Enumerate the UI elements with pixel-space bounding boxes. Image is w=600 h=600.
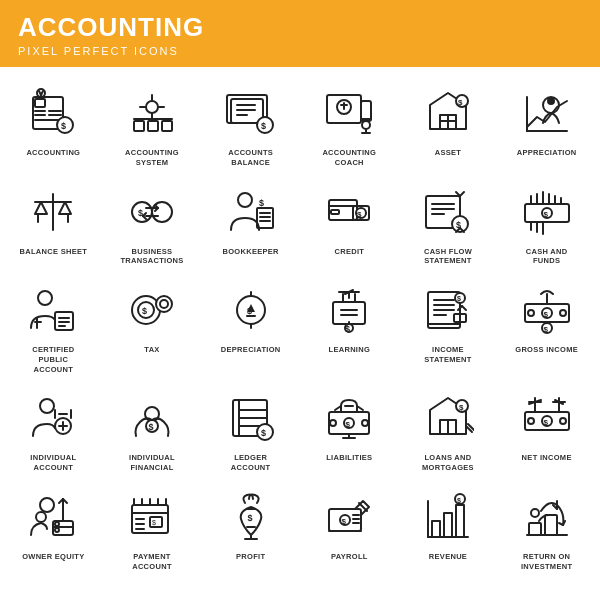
net-income-icon: $ — [515, 386, 579, 450]
credit-label: CREDIT — [334, 247, 364, 257]
svg-rect-224 — [444, 513, 452, 537]
balance-sheet-icon — [21, 180, 85, 244]
icon-cell-payment-account: $ PAYMENT ACCOUNT — [103, 479, 202, 578]
learning-icon: $ — [317, 278, 381, 342]
icon-cell-profit: $ PROFIT — [201, 479, 300, 578]
svg-text:$: $ — [342, 517, 347, 526]
svg-point-165 — [330, 420, 336, 426]
svg-text:$: $ — [543, 325, 548, 334]
svg-text:$: $ — [346, 420, 351, 429]
gross-income-icon: $ $ — [515, 278, 579, 342]
cash-and-funds-icon: $ — [515, 180, 579, 244]
certified-public-account-icon — [21, 278, 85, 342]
liabilities-label: LIABILITIES — [326, 453, 372, 463]
icon-cell-return-on-investment: RETURN ON INVESTMENT — [497, 479, 596, 578]
svg-rect-223 — [432, 521, 440, 537]
icon-cell-cash-and-funds: $ CASH AND FUNDS — [497, 174, 596, 273]
svg-line-134 — [462, 306, 466, 310]
icon-cell-bookkeeper: $ BOOKKEEPER — [201, 174, 300, 273]
accounting-coach-icon — [317, 81, 381, 145]
icon-cell-liabilities: $ LIABILITIES — [300, 380, 399, 479]
income-statement-icon: $ — [416, 278, 480, 342]
svg-point-140 — [528, 310, 534, 316]
svg-text:$: $ — [457, 497, 461, 505]
asset-label: ASSET — [435, 148, 462, 158]
svg-point-180 — [560, 418, 566, 424]
accounting-system-label: ACCOUNTING SYSTEM — [118, 148, 186, 168]
svg-text:$: $ — [543, 210, 548, 219]
icon-cell-credit: $ CREDIT — [300, 174, 399, 273]
icon-cell-payroll: $ PAYROLL — [300, 479, 399, 578]
icon-cell-depreciation: $ DEPRECIATION — [201, 272, 300, 380]
individual-financial-label: INDIVIDUAL FINANCIAL — [118, 453, 186, 473]
depreciation-icon: $ — [219, 278, 283, 342]
icon-cell-certified-public-account: CERTIFIED PUBLIC ACCOUNT — [4, 272, 103, 380]
icon-cell-loans-and-mortgages: $ LOANS AND MORTGAGES — [399, 380, 498, 479]
svg-point-98 — [38, 291, 52, 305]
svg-rect-228 — [529, 523, 541, 535]
svg-text:$: $ — [459, 403, 464, 412]
profit-label: PROFIT — [236, 552, 265, 562]
svg-rect-17 — [134, 121, 144, 131]
svg-text:$: $ — [457, 295, 461, 303]
svg-point-166 — [362, 420, 368, 426]
svg-text:$: $ — [543, 418, 548, 427]
individual-account-icon — [21, 386, 85, 450]
icon-cell-ledger-account: $ LEDGER ACCOUNT — [201, 380, 300, 479]
accounting-icon: $ — [21, 81, 85, 145]
depreciation-label: DEPRECIATION — [221, 345, 281, 355]
icon-cell-balance-sheet: BALANCE SHEET — [4, 174, 103, 273]
svg-rect-71 — [331, 210, 339, 214]
svg-point-108 — [156, 296, 172, 312]
revenue-label: REVENUE — [429, 552, 467, 562]
svg-point-191 — [55, 522, 59, 526]
svg-point-187 — [40, 498, 54, 512]
svg-text:$: $ — [458, 98, 463, 107]
svg-point-179 — [528, 418, 534, 424]
svg-point-63 — [238, 193, 252, 207]
svg-rect-19 — [148, 121, 158, 131]
svg-text:$: $ — [142, 306, 147, 316]
svg-text:$: $ — [345, 324, 350, 334]
loans-and-mortgages-label: LOANS AND MORTGAGES — [414, 453, 482, 473]
business-transactions-label: BUSINESS TRANSACTIONS — [118, 247, 186, 267]
icon-cell-net-income: $ NET INCOME — [497, 380, 596, 479]
header: ACCOUNTING PIXEL PERFECT ICONS — [0, 0, 600, 67]
icon-cell-tax: $ TAX — [103, 272, 202, 380]
accounting-label: ACCOUNTING — [26, 148, 80, 158]
svg-point-192 — [55, 528, 59, 532]
svg-text:$: $ — [247, 513, 252, 523]
svg-text:$: $ — [357, 210, 362, 219]
owner-equity-icon — [21, 485, 85, 549]
liabilities-icon: $ — [317, 386, 381, 450]
cash-flow-statement-icon: $ — [416, 180, 480, 244]
svg-text:$: $ — [261, 428, 266, 438]
ledger-account-icon: $ — [219, 386, 283, 450]
svg-text:$: $ — [261, 121, 266, 131]
svg-point-188 — [36, 512, 46, 522]
svg-rect-1 — [35, 99, 45, 107]
icon-cell-appreciation: APPRECIATION — [497, 75, 596, 174]
certified-public-account-label: CERTIFIED PUBLIC ACCOUNT — [19, 345, 87, 374]
svg-point-141 — [560, 310, 566, 316]
accounts-balance-icon: $ — [219, 81, 283, 145]
svg-point-145 — [40, 399, 54, 413]
icon-grid: $ ACCOUNTING ACCOUNTING SYSTEM $ ACCOUNT… — [0, 67, 600, 581]
header-title: ACCOUNTING — [18, 12, 582, 43]
icon-cell-accounting-coach: ACCOUNTING COACH — [300, 75, 399, 174]
icon-cell-individual-financial: $ INDIVIDUAL FINANCIAL — [103, 380, 202, 479]
learning-label: LEARNING — [329, 345, 371, 355]
revenue-icon: $ — [416, 485, 480, 549]
net-income-label: NET INCOME — [522, 453, 572, 463]
tax-label: TAX — [144, 345, 159, 355]
accounts-balance-label: ACCOUNTS BALANCE — [217, 148, 285, 168]
icon-cell-learning: $ LEARNING — [300, 272, 399, 380]
svg-rect-21 — [162, 121, 172, 131]
credit-icon: $ — [317, 180, 381, 244]
icon-cell-business-transactions: $ BUSINESS TRANSACTIONS — [103, 174, 202, 273]
return-on-investment-icon — [515, 485, 579, 549]
svg-point-12 — [146, 101, 158, 113]
accounting-coach-label: ACCOUNTING COACH — [315, 148, 383, 168]
profit-icon: $ — [219, 485, 283, 549]
icon-cell-individual-account: INDIVIDUAL ACCOUNT — [4, 380, 103, 479]
